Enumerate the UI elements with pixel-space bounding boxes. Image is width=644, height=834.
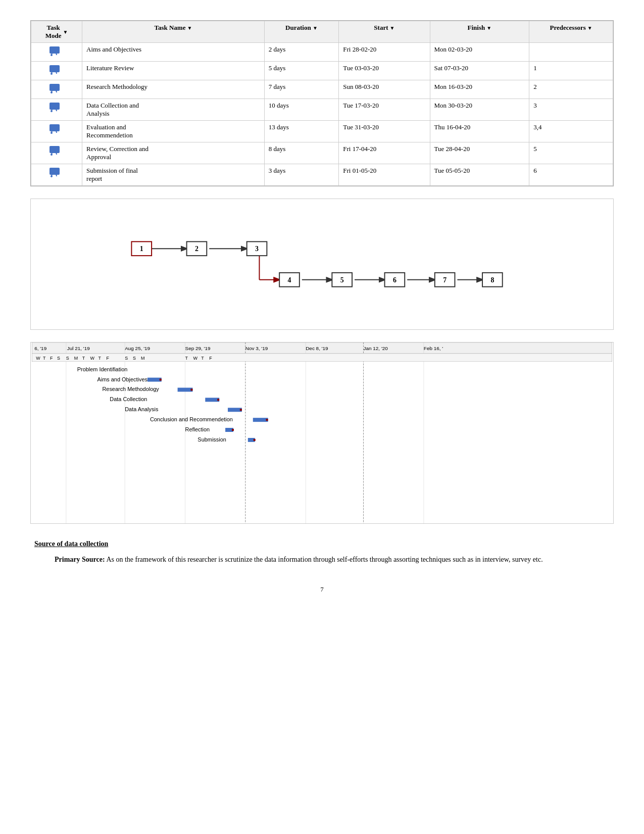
svg-text:Feb 16, ': Feb 16, ' — [424, 346, 443, 351]
svg-text:Jan 12, '20: Jan 12, '20 — [364, 346, 388, 351]
svg-rect-82 — [205, 398, 219, 402]
task-duration-cell: 7 days — [264, 80, 339, 99]
task-finish-cell: Thu 16-04-20 — [430, 121, 529, 142]
table-row: Aims and Objectives2 daysFri 28-02-20Mon… — [31, 43, 613, 62]
svg-text:Aims and Objectives: Aims and Objectives — [97, 376, 147, 382]
svg-point-9 — [51, 132, 53, 134]
svg-text:Sep 29, '19: Sep 29, '19 — [185, 346, 211, 351]
col-header-predecessors: Predecessors ▼ — [529, 21, 613, 43]
task-duration-cell: 2 days — [264, 43, 339, 62]
task-duration-cell: 13 days — [264, 121, 339, 142]
svg-text:W: W — [193, 356, 197, 361]
task-duration-cell: 3 days — [264, 164, 339, 186]
task-finish-cell: Tue 05-05-20 — [430, 164, 529, 186]
task-name-cell: Submission of finalreport — [82, 164, 265, 186]
svg-text:7: 7 — [443, 276, 447, 284]
source-section: Source of data collection Primary Source… — [30, 540, 614, 565]
svg-point-11 — [51, 154, 53, 156]
svg-rect-76 — [147, 378, 162, 382]
task-start-cell: Tue 03-03-20 — [339, 62, 430, 80]
task-start-cell: Fri 01-05-20 — [339, 164, 430, 186]
task-finish-cell: Mon 02-03-20 — [430, 43, 529, 62]
svg-text:Research Methodology: Research Methodology — [102, 386, 159, 392]
table-row: Submission of finalreport3 daysFri 01-05… — [31, 164, 613, 186]
source-heading: Source of data collection — [30, 540, 614, 548]
svg-text:8: 8 — [490, 276, 494, 284]
svg-rect-86 — [240, 409, 242, 411]
svg-rect-88 — [253, 418, 268, 422]
svg-text:S: S — [133, 356, 136, 361]
svg-text:Nov 3, '19: Nov 3, '19 — [245, 346, 268, 351]
svg-rect-80 — [190, 388, 192, 390]
svg-text:W: W — [36, 356, 40, 361]
table-row: Research Methodology7 daysSun 08-03-20Mo… — [31, 80, 613, 99]
task-duration-cell: 5 days — [264, 62, 339, 80]
svg-text:Submission: Submission — [197, 436, 226, 443]
svg-text:T: T — [201, 356, 204, 361]
svg-text:S: S — [57, 356, 60, 361]
task-mode-cell — [31, 164, 82, 186]
task-finish-cell: Mon 16-03-20 — [430, 80, 529, 99]
svg-text:T: T — [185, 356, 188, 361]
task-name-cell: Literature Review — [82, 62, 265, 80]
task-mode-cell — [31, 62, 82, 80]
svg-text:6: 6 — [393, 276, 397, 284]
table-row: Literature Review5 daysTue 03-03-20Sat 0… — [31, 62, 613, 80]
table-row: Evaluation andRecommendetion13 daysTue 3… — [31, 121, 613, 142]
page-number: 7 — [30, 585, 614, 594]
task-predecessors-cell: 3 — [529, 99, 613, 121]
svg-text:Data Collection: Data Collection — [110, 396, 147, 402]
svg-text:3: 3 — [255, 245, 259, 253]
task-mode-cell — [31, 99, 82, 121]
svg-text:Dec 8, '19: Dec 8, '19 — [306, 346, 328, 351]
task-duration-cell: 8 days — [264, 142, 339, 164]
svg-rect-77 — [160, 379, 162, 381]
svg-rect-95 — [254, 439, 256, 441]
svg-text:F: F — [209, 356, 212, 361]
svg-text:M: M — [141, 356, 144, 361]
task-predecessors-cell: 3,4 — [529, 121, 613, 142]
task-name-cell: Aims and Objectives — [82, 43, 265, 62]
svg-text:W: W — [90, 356, 95, 361]
task-name-cell: Review, Correction andApproval — [82, 142, 265, 164]
svg-text:2: 2 — [195, 245, 199, 253]
svg-point-7 — [51, 110, 53, 112]
svg-text:T: T — [43, 356, 46, 361]
col-header-mode: TaskMode ▼ — [31, 21, 82, 43]
task-start-cell: Tue 17-03-20 — [339, 99, 430, 121]
task-mode-cell — [31, 142, 82, 164]
project-table: TaskMode ▼ Task Name ▼ Duration ▼ Start … — [30, 20, 614, 186]
task-name-cell: Evaluation andRecommendetion — [82, 121, 265, 142]
task-duration-cell: 10 days — [264, 99, 339, 121]
svg-rect-89 — [266, 419, 268, 421]
col-header-duration: Duration ▼ — [264, 21, 339, 43]
task-start-cell: Tue 31-03-20 — [339, 121, 430, 142]
col-header-name: Task Name ▼ — [82, 21, 265, 43]
task-start-cell: Fri 28-02-20 — [339, 43, 430, 62]
svg-rect-92 — [232, 429, 234, 431]
svg-point-5 — [51, 91, 53, 93]
svg-text:6, '19: 6, '19 — [34, 346, 46, 351]
task-predecessors-cell — [529, 43, 613, 62]
svg-text:S: S — [125, 356, 128, 361]
svg-text:Data Analysis: Data Analysis — [125, 406, 159, 412]
svg-point-3 — [51, 73, 53, 75]
task-predecessors-cell: 2 — [529, 80, 613, 99]
task-start-cell: Fri 17-04-20 — [339, 142, 430, 164]
task-predecessors-cell: 5 — [529, 142, 613, 164]
svg-point-13 — [51, 175, 53, 177]
svg-text:5: 5 — [340, 276, 344, 284]
gantt-chart: 6, '19 Jul 21, '19 Aug 25, '19 Sep 29, '… — [30, 342, 614, 524]
svg-text:F: F — [106, 356, 109, 361]
svg-rect-85 — [228, 408, 242, 412]
task-predecessors-cell: 1 — [529, 62, 613, 80]
table-row: Data Collection andAnalysis10 daysTue 17… — [31, 99, 613, 121]
svg-text:Conclusion and Recommendetion: Conclusion and Recommendetion — [150, 416, 233, 422]
table-row: Review, Correction andApproval8 daysFri … — [31, 142, 613, 164]
svg-text:Jul 21, '19: Jul 21, '19 — [67, 346, 90, 351]
svg-text:T: T — [82, 356, 85, 361]
primary-body: As on the framework of this researcher i… — [105, 556, 543, 563]
task-finish-cell: Tue 28-04-20 — [430, 142, 529, 164]
col-header-start: Start ▼ — [339, 21, 430, 43]
task-mode-cell — [31, 43, 82, 62]
